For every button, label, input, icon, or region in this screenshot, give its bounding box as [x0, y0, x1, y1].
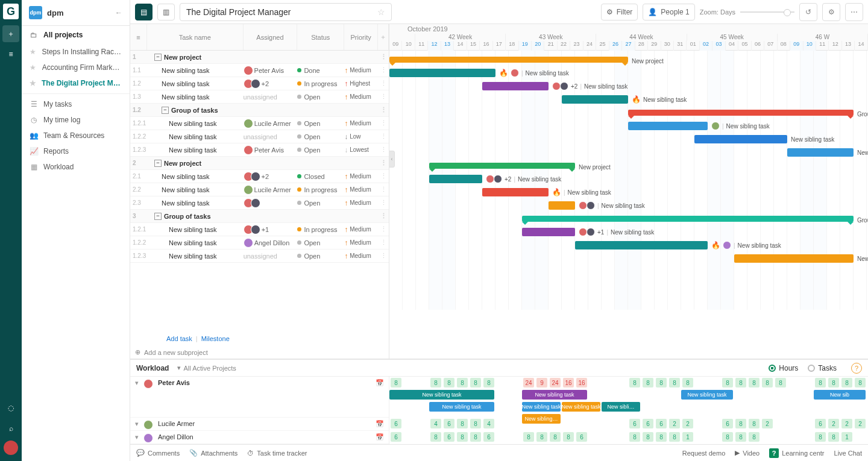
project-title-input[interactable]: The Digital Project Manager ☆	[180, 3, 392, 21]
sidebar-my-time-log[interactable]: ◷My time log	[22, 112, 130, 128]
footer-time-tracker[interactable]: ⏱Task time tracker	[247, 450, 307, 457]
task-row[interactable]: 2.2New sibling taskLucile ArmerIn progre…	[130, 183, 389, 196]
gantt-task-bar[interactable]: +2|New sibling task	[482, 82, 549, 90]
row-menu-icon[interactable]: ⋮	[378, 53, 389, 61]
workload-task-bar[interactable]: New sibling task	[522, 402, 561, 412]
col-name[interactable]: Task name	[147, 24, 244, 50]
row-menu-icon[interactable]: ⋮	[378, 119, 389, 127]
row-menu-icon[interactable]: ⋮	[378, 80, 389, 87]
add-milestone-link[interactable]: Milestone	[201, 335, 230, 342]
sidebar-my-tasks[interactable]: ☰My tasks	[22, 96, 130, 112]
gantt-task-bar[interactable]: New sibling	[734, 254, 854, 263]
task-row[interactable]: 1.2.3New sibling taskunassignedOpen↑Medi…	[130, 249, 389, 263]
footer-comments[interactable]: 💬Comments	[136, 449, 180, 457]
sidebar-workload[interactable]: ▦Workload	[22, 159, 130, 175]
sidebar-project-item[interactable]: ★The Digital Project Manage…	[22, 75, 130, 91]
sidebar-team-resources[interactable]: 👥Team & Resources	[22, 128, 130, 143]
gantt-task-bar[interactable]: 🔥|New sibling task	[389, 69, 495, 77]
gantt-task-bar[interactable]: |New sibling task	[549, 201, 575, 210]
task-row[interactable]: 1.2.3New sibling taskPeter AvisOpen↓Lowe…	[130, 143, 389, 157]
add-task-link[interactable]: Add task	[166, 335, 192, 342]
workload-task-bar[interactable]: New sibling task	[681, 390, 733, 400]
task-row[interactable]: 1.2.2New sibling taskunassignedOpen↓Low⋮	[130, 130, 389, 143]
row-menu-icon[interactable]: ⋮	[378, 146, 389, 154]
footer-video[interactable]: ▶Video	[735, 449, 760, 457]
workload-task-bar[interactable]: New sibling task	[429, 402, 494, 412]
radio-tasks[interactable]: Tasks	[808, 364, 837, 372]
task-row[interactable]: 1.2.1New sibling task+1In progress↑Mediu…	[130, 223, 389, 236]
row-menu-icon[interactable]: ⋮	[378, 93, 389, 101]
calendar-icon[interactable]: 📅	[376, 420, 384, 428]
sidebar-reports[interactable]: 📈Reports	[22, 143, 130, 159]
notifications-icon[interactable]: ◌	[2, 400, 19, 416]
task-group-row[interactable]: 1.2−Group of tasks⋮	[130, 104, 389, 117]
workload-task-bar[interactable]: New sibling task	[522, 390, 587, 400]
add-subproject[interactable]: ⊕ Add a new subproject	[130, 346, 389, 359]
chevron-down-icon[interactable]: ▾	[135, 420, 139, 428]
collapse-sidebar-icon[interactable]: ←	[115, 8, 122, 17]
search-icon[interactable]: ⌕	[2, 420, 19, 437]
view-board-button[interactable]: ▥	[157, 4, 175, 20]
footer-request-demo[interactable]: Request demo	[682, 450, 726, 457]
task-row[interactable]: 2.3New sibling taskOpen↑Medium⋮	[130, 196, 389, 210]
collapse-toggle[interactable]: −	[154, 54, 162, 61]
row-menu-icon[interactable]: ⋮	[378, 212, 389, 220]
task-row[interactable]: 1.2New sibling task+2In progress↑Highest…	[130, 77, 389, 90]
calendar-icon[interactable]: 📅	[376, 379, 384, 387]
filter-button[interactable]: ⚙Filter	[601, 4, 638, 20]
workload-task-bar[interactable]: New sibling task	[389, 390, 494, 400]
more-icon[interactable]: ⋯	[845, 3, 863, 21]
gantt-timeline[interactable]: ‹ October 2019 42 Week43 Week44 Week45 W…	[389, 24, 868, 359]
row-menu-icon[interactable]: ⋮	[378, 133, 389, 140]
task-row[interactable]: 1.3New sibling taskunassignedOpen↑Medium…	[130, 90, 389, 104]
task-row[interactable]: 1.2.2New sibling taskAngel DillonOpen↑Me…	[130, 236, 389, 249]
gantt-summary-bar[interactable]: New project	[389, 57, 628, 63]
gantt-task-bar[interactable]: 🔥|New sibling task	[482, 188, 549, 196]
add-column-icon[interactable]: ＋	[378, 24, 389, 50]
footer-attachments[interactable]: 📎Attachments	[189, 449, 237, 457]
row-menu-icon[interactable]: ⋮	[378, 239, 389, 246]
star-icon[interactable]: ☆	[377, 7, 385, 17]
workload-person-row[interactable]: ▾Angel Dillon📅	[130, 431, 389, 444]
chevron-down-icon[interactable]: ▾	[135, 379, 139, 387]
sidebar-project-item[interactable]: ★Accounting Firm Marketing…	[22, 60, 130, 75]
history-icon[interactable]: ↺	[799, 3, 817, 21]
add-button[interactable]: ＋	[2, 25, 19, 42]
row-menu-icon[interactable]: ⋮	[378, 225, 389, 233]
workload-task-bar[interactable]: New sibli…	[602, 402, 640, 412]
workload-task-bar[interactable]: New sibling task	[562, 402, 600, 412]
workload-filter-dropdown[interactable]: ▾ All Active Projects	[177, 364, 236, 372]
collapse-toggle[interactable]: −	[154, 213, 162, 220]
task-row[interactable]: 2.1New sibling task+2Closed↑Medium⋮	[130, 170, 389, 183]
gantt-task-bar[interactable]: 🔥New sibling task	[562, 95, 628, 104]
task-row[interactable]: 1.1New sibling taskPeter AvisDone↑Medium…	[130, 64, 389, 77]
sidebar-all-projects[interactable]: 🗀 All projects	[22, 26, 130, 44]
gantt-task-bar[interactable]: New sibling	[787, 148, 854, 157]
gantt-task-bar[interactable]: New sibling task	[694, 135, 787, 143]
collapse-toggle[interactable]: −	[154, 160, 162, 167]
footer-learning[interactable]: ?Learning centr	[769, 448, 824, 458]
menu-icon[interactable]: ≡	[2, 46, 19, 63]
task-row[interactable]: 1.2.1New sibling taskLucile ArmerOpen↑Me…	[130, 117, 389, 130]
col-status[interactable]: Status	[297, 24, 344, 50]
view-gantt-button[interactable]: ▤	[135, 4, 153, 20]
settings-icon[interactable]: ⚙	[822, 3, 840, 21]
row-menu-icon[interactable]: ⋮	[378, 66, 389, 74]
workload-person-row[interactable]: ▾Peter Avis📅	[130, 377, 389, 418]
row-menu-icon[interactable]: ⋮	[378, 199, 389, 207]
gantt-task-bar[interactable]: +2|New sibling task	[429, 175, 482, 183]
zoom-control[interactable]: Zoom: Days	[700, 8, 794, 16]
collapse-toggle[interactable]: −	[162, 107, 169, 114]
task-group-row[interactable]: 1−New project⋮	[130, 51, 389, 64]
workload-task-bar[interactable]: New sib	[814, 390, 866, 400]
sidebar-project-item[interactable]: ★Steps In Installing Rack Mo…	[22, 44, 130, 60]
radio-hours[interactable]: Hours	[769, 364, 798, 372]
task-group-row[interactable]: 3−Group of tasks⋮	[130, 210, 389, 223]
row-menu-icon[interactable]: ⋮	[378, 172, 389, 180]
zoom-slider[interactable]	[740, 11, 794, 13]
workload-person-row[interactable]: ▾Lucile Armer📅	[130, 418, 389, 431]
calendar-icon[interactable]: 📅	[376, 433, 384, 441]
gantt-task-bar[interactable]: +1|New sibling task	[522, 228, 575, 236]
gantt-summary-bar[interactable]: Group of task	[522, 216, 854, 222]
gantt-task-bar[interactable]: 🔥|New sibling task	[575, 241, 708, 249]
